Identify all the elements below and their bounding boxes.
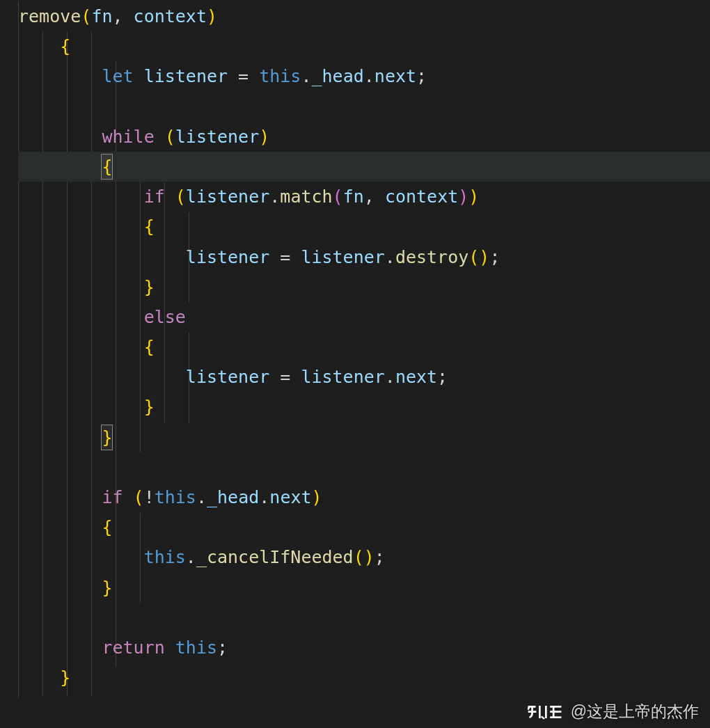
svg-rect-4 bbox=[550, 716, 561, 718]
code-line[interactable]: } bbox=[18, 392, 710, 422]
code-line[interactable]: listener = listener.destroy(); bbox=[18, 242, 710, 272]
code-line[interactable]: } bbox=[18, 573, 710, 603]
code-line[interactable]: if (listener.match(fn, context)) bbox=[18, 182, 710, 212]
code-editor[interactable]: remove(fn, context) { let listener = thi… bbox=[0, 0, 710, 728]
svg-rect-0 bbox=[539, 706, 541, 718]
zhihu-logo-icon bbox=[526, 703, 564, 721]
code-line[interactable]: while (listener) bbox=[18, 122, 710, 152]
code-line[interactable]: else bbox=[18, 302, 710, 332]
svg-rect-5 bbox=[552, 706, 554, 718]
bracket-match-open: { bbox=[102, 152, 112, 182]
code-line[interactable]: this._cancelIfNeeded(); bbox=[18, 542, 710, 572]
code-line[interactable]: let listener = this._head.next; bbox=[18, 61, 710, 91]
svg-rect-1 bbox=[545, 706, 547, 718]
code-line[interactable]: return this; bbox=[18, 633, 710, 663]
code-line[interactable]: if (!this._head.next) bbox=[18, 482, 710, 512]
code-line[interactable] bbox=[18, 452, 710, 482]
code-line[interactable]: remove(fn, context) bbox=[18, 1, 710, 31]
code-line[interactable]: } bbox=[18, 663, 710, 693]
code-line[interactable]: { bbox=[18, 31, 710, 61]
svg-rect-3 bbox=[550, 711, 561, 713]
svg-rect-2 bbox=[550, 706, 561, 708]
bracket-match-close: } bbox=[102, 422, 112, 452]
watermark: @这是上帝的杰作 bbox=[526, 701, 699, 722]
code-line[interactable]: { bbox=[18, 332, 710, 362]
code-line[interactable]: { bbox=[18, 212, 710, 242]
code-line[interactable]: } bbox=[18, 272, 710, 302]
code-line[interactable]: listener = listener.next; bbox=[18, 362, 710, 392]
code-line[interactable] bbox=[18, 92, 710, 122]
code-line[interactable] bbox=[18, 603, 710, 633]
code-line[interactable]: { bbox=[18, 512, 710, 542]
code-lines: remove(fn, context) { let listener = thi… bbox=[0, 0, 710, 693]
code-line[interactable]: { bbox=[18, 152, 710, 182]
watermark-text: @这是上帝的杰作 bbox=[571, 701, 699, 722]
code-line[interactable]: } bbox=[18, 422, 710, 452]
